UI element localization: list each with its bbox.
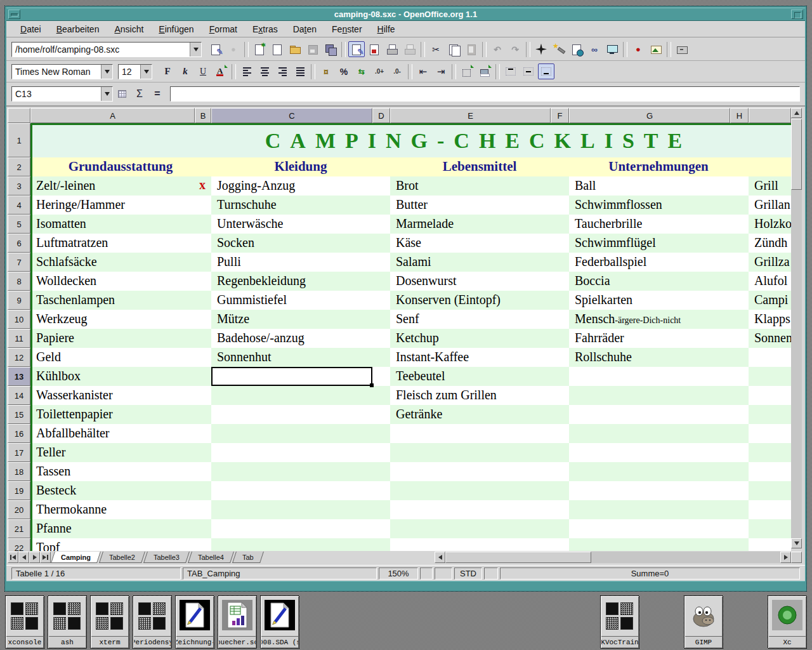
row-header-3[interactable]: 3: [8, 176, 30, 196]
decrease-indent-button[interactable]: ⇤: [415, 63, 431, 79]
cell-A15[interactable]: Toilettenpapier: [30, 405, 211, 424]
align-top-button[interactable]: [502, 63, 519, 79]
gallery-button[interactable]: [648, 41, 664, 57]
cell-I18[interactable]: [749, 462, 791, 481]
sheet-nav-prev-button[interactable]: [18, 552, 29, 563]
status-insert-mode[interactable]: STD: [454, 567, 482, 580]
menu-item-datei[interactable]: Datei: [13, 22, 49, 36]
cell-G14[interactable]: [569, 386, 749, 405]
window-menu-icon[interactable]: [8, 10, 20, 19]
cell-C4[interactable]: Turnschuhe: [211, 196, 390, 215]
desktop-icon-xterm[interactable]: xterm: [90, 595, 129, 649]
function-button[interactable]: =: [149, 86, 166, 102]
menu-item-bearbeiten[interactable]: Bearbeiten: [49, 22, 107, 36]
cell-A13[interactable]: Kühlbox: [30, 367, 211, 386]
edit-document-button[interactable]: [207, 41, 224, 57]
cell-C17[interactable]: [211, 443, 390, 462]
row-header-8[interactable]: 8: [8, 272, 30, 291]
cell-I3[interactable]: Grill: [749, 176, 791, 196]
sheet-tab-tab[interactable]: Tab: [232, 552, 264, 563]
cell-G7[interactable]: Federballspiel: [569, 253, 749, 272]
cell-E3[interactable]: Brot: [390, 176, 569, 196]
sheet-tab-camping[interactable]: Camping: [51, 552, 101, 563]
cell-E12[interactable]: Instant-Kaffee: [390, 348, 569, 367]
cell-C8[interactable]: Regenbekleidung: [211, 272, 390, 291]
desktop-icon-zeichnung-[interactable]: Zeichnung-: [175, 595, 214, 649]
cell-E7[interactable]: Salami: [390, 253, 569, 272]
number-format-percent-button[interactable]: %: [336, 63, 352, 79]
desktop-icon-xconsole[interactable]: xconsole: [5, 595, 44, 649]
cell-G21[interactable]: [569, 519, 749, 538]
font-name-combobox[interactable]: Times New Roman: [11, 64, 113, 79]
cell-I10[interactable]: Klapps: [749, 310, 791, 329]
cell-I5[interactable]: Holzko: [749, 215, 791, 234]
cell-E19[interactable]: [390, 481, 569, 500]
cell-E18[interactable]: [390, 462, 569, 481]
cell-A21[interactable]: Pfanne: [30, 519, 211, 538]
row-header-20[interactable]: 20: [8, 500, 30, 519]
horizontal-scroll-thumb[interactable]: [445, 552, 591, 563]
cell-G16[interactable]: [569, 424, 749, 443]
cell-E10[interactable]: Senf: [390, 310, 569, 329]
insert-hyperlink-button[interactable]: ∞: [586, 41, 603, 57]
desktop-icon-008-sda-s[interactable]: 008.SDA (s: [260, 595, 299, 649]
cell-A12[interactable]: Geld: [30, 348, 211, 367]
row-header-4[interactable]: 4: [8, 196, 30, 215]
cell-I16[interactable]: [749, 424, 791, 443]
export-pdf-button[interactable]: [366, 41, 383, 57]
row-header-19[interactable]: 19: [8, 481, 30, 500]
cell-C3[interactable]: Jogging-Anzug: [211, 176, 390, 196]
cell-C6[interactable]: Socken: [211, 234, 390, 253]
cell-C19[interactable]: [211, 481, 390, 500]
desktop-icon-kvoctrain[interactable]: KVocTrain: [600, 595, 639, 649]
column-header-D[interactable]: D: [372, 108, 390, 123]
url-dropdown-icon[interactable]: [190, 43, 201, 56]
navigator-button[interactable]: [533, 41, 549, 57]
row-header-1[interactable]: 1: [8, 123, 30, 157]
align-right-button[interactable]: [274, 63, 291, 79]
sheet-nav-last-button[interactable]: [40, 552, 51, 563]
delete-decimal-place-button[interactable]: .0-: [389, 63, 405, 79]
record-changes-button[interactable]: ●: [630, 41, 646, 57]
cell-I11[interactable]: Sonnen: [749, 329, 791, 348]
cell-G13[interactable]: [569, 367, 749, 386]
desktop-icon-periodensy[interactable]: Periodensy: [133, 595, 172, 649]
cell-E9[interactable]: Konserven (Eintopf): [390, 291, 569, 310]
scroll-down-button[interactable]: [791, 538, 802, 548]
cell-G19[interactable]: [569, 481, 749, 500]
font-color-button[interactable]: [213, 63, 229, 79]
cell-A9[interactable]: Taschenlampen: [30, 291, 211, 310]
cell-C20[interactable]: [211, 500, 390, 519]
title-bar[interactable]: camping-08.sxc - OpenOffice.org 1.1: [6, 8, 805, 21]
italic-button[interactable]: k: [177, 63, 193, 79]
cell-E4[interactable]: Butter: [390, 196, 569, 215]
cell-E14[interactable]: Fleisch zum Grillen: [390, 386, 569, 405]
desktop-icon-ash[interactable]: ash: [48, 595, 87, 649]
cell-G6[interactable]: Schwimmflügel: [569, 234, 749, 253]
row-header-2[interactable]: 2: [8, 157, 30, 176]
hscroll-left-button[interactable]: [435, 552, 445, 563]
cell-A14[interactable]: Wasserkanister: [30, 386, 211, 405]
cell-I6[interactable]: Zündh: [749, 234, 791, 253]
cell-E5[interactable]: Marmelade: [390, 215, 569, 234]
row-header-21[interactable]: 21: [8, 519, 30, 538]
row-header-22[interactable]: 22: [8, 538, 30, 551]
sum-button[interactable]: Σ: [131, 86, 148, 102]
background-color-button[interactable]: [476, 63, 493, 79]
cell-G3[interactable]: Ball: [569, 176, 749, 196]
cell-G4[interactable]: Schwimmflossen: [569, 196, 749, 215]
menu-item-einfügen[interactable]: Einfügen: [151, 22, 201, 36]
align-bottom-button[interactable]: [538, 63, 554, 79]
cell-C12[interactable]: Sonnenhut: [211, 348, 390, 367]
add-decimal-place-button[interactable]: .0+: [371, 63, 388, 79]
cell-G9[interactable]: Spielkarten: [569, 291, 749, 310]
cell-A18[interactable]: Tassen: [30, 462, 211, 481]
increase-indent-button[interactable]: ⇥: [433, 63, 449, 79]
cell-I19[interactable]: [749, 481, 791, 500]
hyperlink-button[interactable]: [568, 41, 585, 57]
row-header-14[interactable]: 14: [8, 386, 30, 405]
menu-item-format[interactable]: Format: [202, 22, 245, 36]
desktop-icon-buecher-sc[interactable]: buecher.sc: [218, 595, 257, 649]
cell-E20[interactable]: [390, 500, 569, 519]
cell-I21[interactable]: [749, 519, 791, 538]
